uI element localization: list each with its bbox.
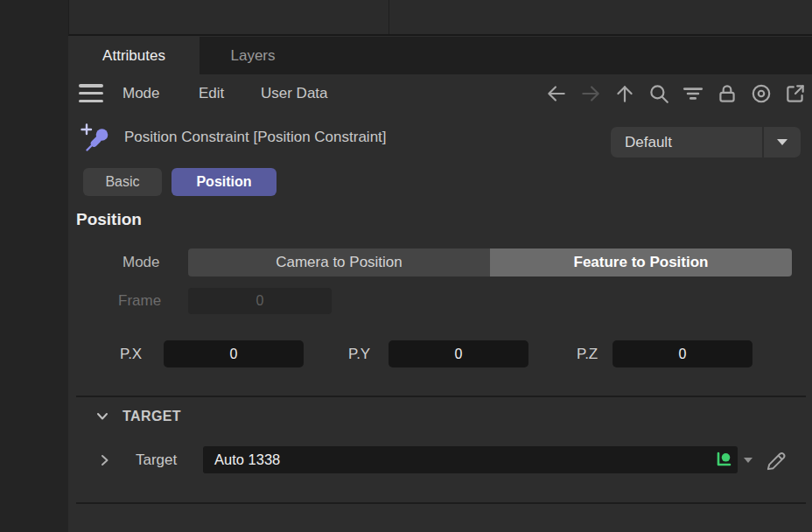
tab-basic[interactable]: Basic xyxy=(83,168,162,196)
frame-row: Frame 0 xyxy=(68,288,812,314)
dropdown-arrow-icon xyxy=(777,139,788,145)
menu-edit[interactable]: Edit xyxy=(199,74,224,112)
nav-icon-group xyxy=(545,74,807,112)
arrow-up-icon[interactable] xyxy=(613,82,636,105)
pz-field[interactable]: 0 xyxy=(612,340,752,368)
mode-row: Mode Camera to Position Feature to Posit… xyxy=(68,248,812,276)
mode-label: Mode xyxy=(122,248,160,276)
py-label: P.Y xyxy=(348,340,370,368)
target-dropdown-arrow-icon[interactable] xyxy=(744,458,752,463)
target-group-header: TARGET xyxy=(68,406,812,427)
tab-layers-label: Layers xyxy=(230,47,275,65)
mode-segmented-control: Camera to Position Feature to Position xyxy=(188,248,792,276)
preset-dropdown-value[interactable]: Default xyxy=(611,127,762,158)
search-icon[interactable] xyxy=(648,82,670,105)
section-heading: Position xyxy=(76,210,142,229)
top-panel-divider xyxy=(388,0,389,34)
panel-tab-bar: Attributes Layers xyxy=(68,37,812,74)
object-title: Position Constraint [Position Constraint… xyxy=(124,116,387,159)
target-link-field[interactable]: Auto 1338 xyxy=(203,446,738,473)
menu-mode[interactable]: Mode xyxy=(122,74,160,112)
bottom-divider xyxy=(76,502,806,504)
menu-bar: Mode Edit User Data xyxy=(68,74,812,112)
scene-object-icon[interactable] xyxy=(714,450,733,469)
frame-label: Frame xyxy=(118,288,161,314)
popout-icon[interactable] xyxy=(784,82,807,105)
preset-dropdown-arrow[interactable] xyxy=(764,127,801,158)
mode-option-feature-to-position[interactable]: Feature to Position xyxy=(490,248,792,276)
tab-attributes-label: Attributes xyxy=(102,47,165,65)
py-field[interactable]: 0 xyxy=(388,340,528,368)
top-panel-fragment xyxy=(68,0,812,36)
pin-icon[interactable] xyxy=(79,122,114,157)
target-group-label: TARGET xyxy=(122,406,181,427)
filter-icon[interactable] xyxy=(682,82,704,105)
mode-option-camera-to-position[interactable]: Camera to Position xyxy=(188,248,490,276)
menu-user-data[interactable]: User Data xyxy=(261,74,328,112)
chevron-down-icon[interactable] xyxy=(95,410,109,423)
attribute-manager-panel: Attributes Layers Mode Edit User Data xyxy=(68,0,812,532)
target-link-value: Auto 1338 xyxy=(214,446,280,473)
frame-field: 0 xyxy=(188,288,332,314)
tab-position-label: Position xyxy=(196,174,251,190)
chevron-right-icon[interactable] xyxy=(99,453,110,467)
tab-position[interactable]: Position xyxy=(172,168,276,196)
coordinates-row: P.X 0 P.Y 0 P.Z 0 xyxy=(68,340,812,368)
pencil-icon[interactable] xyxy=(762,446,789,473)
tab-attributes[interactable]: Attributes xyxy=(68,37,200,74)
hamburger-icon[interactable] xyxy=(79,84,103,102)
lock-icon[interactable] xyxy=(716,82,738,105)
preset-dropdown[interactable]: Default xyxy=(611,127,801,158)
section-divider xyxy=(76,396,806,397)
px-field[interactable]: 0 xyxy=(164,340,304,368)
pz-label: P.Z xyxy=(577,340,598,368)
arrow-right-icon[interactable] xyxy=(579,82,602,105)
attribute-manager-window: Attributes Layers Mode Edit User Data xyxy=(0,0,812,532)
arrow-left-icon[interactable] xyxy=(545,82,568,105)
tab-layers[interactable]: Layers xyxy=(200,37,306,74)
tab-basic-label: Basic xyxy=(105,174,139,190)
px-label: P.X xyxy=(120,340,142,368)
object-header-row: Position Constraint [Position Constraint… xyxy=(68,116,812,159)
target-label: Target xyxy=(136,446,177,474)
record-target-icon[interactable] xyxy=(750,82,773,105)
target-row: Target Auto 1338 xyxy=(68,446,812,474)
